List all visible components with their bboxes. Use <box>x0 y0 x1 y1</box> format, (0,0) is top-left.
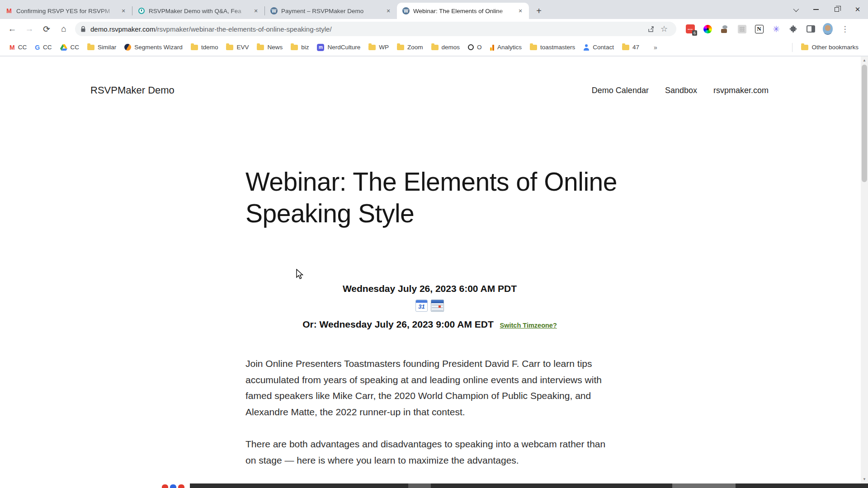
color-wheel-extension-icon[interactable] <box>703 24 712 34</box>
tab-title: Webinar: The Elements of Online <box>413 8 513 14</box>
bookmark-google-cc[interactable]: GCC <box>31 41 56 54</box>
tab-webinar-active[interactable]: W Webinar: The Elements of Online ✕ <box>397 3 529 19</box>
other-bookmarks-button[interactable]: Other bookmarks <box>797 41 863 54</box>
scroll-up-arrow-icon[interactable]: ▲ <box>861 56 868 64</box>
profile-avatar[interactable] <box>823 24 833 34</box>
scrollbar-thumb[interactable] <box>862 65 867 182</box>
other-bookmarks-group: Other bookmarks <box>788 41 863 54</box>
partial-logo-fragment <box>162 484 190 488</box>
google-icon: G <box>35 44 40 51</box>
bookmark-folder-similar[interactable]: Similar <box>83 41 120 54</box>
tab-search-chevron-icon[interactable] <box>785 0 806 19</box>
second-paragraph: There are both advantages and disadvanta… <box>245 436 615 468</box>
tab-close-icon[interactable]: ✕ <box>252 7 260 15</box>
back-icon[interactable]: ← <box>5 21 20 37</box>
camera-extension-icon[interactable] <box>720 24 730 34</box>
bookmark-folder-news[interactable]: News <box>253 41 287 54</box>
bookmark-drive-cc[interactable]: CC <box>56 41 84 54</box>
folder-icon <box>431 45 439 50</box>
extension-badge: 6 <box>692 30 697 36</box>
folder-icon <box>622 45 629 50</box>
bookmark-folder-47[interactable]: 47 <box>618 41 643 54</box>
segments-wizard-icon <box>124 44 131 51</box>
page-scrollbar[interactable]: ▲ ▼ <box>861 56 868 488</box>
bookmarks-overflow-chevron[interactable]: » <box>650 41 661 54</box>
bookmark-folder-biz[interactable]: biz <box>287 41 313 54</box>
tab-close-icon[interactable]: ✕ <box>384 7 392 15</box>
nav-sandbox[interactable]: Sandbox <box>665 86 697 95</box>
forward-icon: → <box>22 21 37 37</box>
bookmark-segments-wizard[interactable]: Segments Wizard <box>120 41 187 54</box>
bookmarks-divider <box>792 43 793 52</box>
nav-demo-calendar[interactable]: Demo Calendar <box>592 86 649 95</box>
ical-calendar-icon[interactable] <box>431 300 444 312</box>
mouse-cursor <box>296 269 304 280</box>
close-window-button[interactable]: ✕ <box>847 0 868 19</box>
window-controls: ✕ <box>785 0 868 19</box>
bookmark-star-icon[interactable]: ☆ <box>657 22 671 36</box>
mastodon-icon: m <box>317 44 324 51</box>
extensions-puzzle-icon[interactable] <box>788 24 798 34</box>
tab-gmail-confirming[interactable]: M Confirming RSVP YES for RSVPM ✕ <box>0 3 132 19</box>
bookmark-folder-tdemo[interactable]: tdemo <box>187 41 222 54</box>
grid-extension-icon[interactable] <box>737 24 747 34</box>
browser-menu-icon[interactable]: ⋮ <box>840 24 850 34</box>
tab-close-icon[interactable]: ✕ <box>119 7 127 15</box>
bookmark-folder-demos[interactable]: demos <box>427 41 464 54</box>
site-title[interactable]: RSVPMaker Demo <box>90 84 175 96</box>
browser-toolbar: ← → ⟳ ⌂ demo.rsvpmaker.com/rsvpmaker/web… <box>0 19 868 39</box>
taskbar-sliver <box>190 483 868 488</box>
scroll-down-arrow-icon[interactable]: ▼ <box>861 475 868 483</box>
bookmark-folder-toastmasters[interactable]: toastmasters <box>526 41 579 54</box>
bookmark-folder-zoom[interactable]: Zoom <box>393 41 427 54</box>
bookmark-nerdculture[interactable]: mNerdCulture <box>313 41 364 54</box>
folder-icon <box>368 45 376 50</box>
home-icon[interactable]: ⌂ <box>56 21 71 37</box>
reload-icon[interactable]: ⟳ <box>39 21 54 37</box>
drive-icon <box>60 44 67 51</box>
browser-window: M Confirming RSVP YES for RSVPM ✕ RSVPMa… <box>0 0 868 488</box>
notion-extension-icon[interactable]: N <box>754 24 764 34</box>
extensions-row: ••• 6 N ✳ ⋮ <box>685 24 850 34</box>
tab-title: Confirming RSVP YES for RSVPM <box>16 8 116 14</box>
bookmark-contact[interactable]: Contact <box>579 41 618 54</box>
intro-paragraph: Join Online Presenters Toastmasters foun… <box>245 356 615 420</box>
ring-icon <box>468 44 474 50</box>
nav-rsvpmaker-com[interactable]: rsvpmaker.com <box>713 86 769 95</box>
gmail-icon: M <box>9 44 15 51</box>
gmail-icon: M <box>5 7 13 14</box>
event-alt-time: Or: Wednesday July 26, 2023 9:00 AM EDT <box>302 319 494 329</box>
bookmark-o[interactable]: O <box>464 41 486 54</box>
restore-button[interactable] <box>826 0 847 19</box>
address-bar[interactable]: demo.rsvpmaker.com/rsvpmaker/webinar-the… <box>75 22 676 36</box>
site-nav: Demo Calendar Sandbox rsvpmaker.com <box>592 86 769 95</box>
analytics-icon <box>490 44 495 51</box>
folder-icon <box>291 45 298 50</box>
bookmark-folder-wp[interactable]: WP <box>364 41 393 54</box>
folder-icon <box>397 45 404 50</box>
bookmark-folder-evv[interactable]: EVV <box>222 41 253 54</box>
new-tab-button[interactable]: + <box>533 5 545 17</box>
bookmark-gmail-cc[interactable]: MCC <box>5 41 31 54</box>
bookmark-analytics[interactable]: Analytics <box>486 41 526 54</box>
bottom-edge-strip <box>0 483 868 488</box>
share-icon[interactable] <box>644 22 657 36</box>
google-calendar-icon[interactable]: 31 <box>415 300 428 312</box>
tab-payment[interactable]: W Payment – RSVPMaker Demo ✕ <box>265 3 397 19</box>
event-primary-time: Wednesday July 26, 2023 6:00 AM PDT <box>245 283 614 294</box>
page-content: RSVPMaker Demo Demo Calendar Sandbox rsv… <box>0 56 861 488</box>
bookmarks-bar: MCC GCC CC Similar Segments Wizard tdemo… <box>0 39 868 56</box>
minimize-button[interactable] <box>806 0 826 19</box>
lock-icon <box>80 26 86 33</box>
tab-close-icon[interactable]: ✕ <box>516 7 524 15</box>
folder-icon <box>191 45 198 50</box>
tab-title: Payment – RSVPMaker Demo <box>281 8 381 14</box>
tab-rsvpmaker-qa[interactable]: RSVPMaker Demo with Q&A, Fea ✕ <box>132 3 264 19</box>
url-text: demo.rsvpmaker.com/rsvpmaker/webinar-the… <box>90 25 644 33</box>
starburst-extension-icon[interactable]: ✳ <box>771 24 781 34</box>
page-title: Webinar: The Elements of Online Speaking… <box>245 166 630 229</box>
streak-extension-icon[interactable]: ••• 6 <box>685 24 695 34</box>
switch-timezone-link[interactable]: Switch Timzeone? <box>500 322 557 329</box>
folder-icon <box>257 45 264 50</box>
side-panel-icon[interactable] <box>806 24 816 34</box>
